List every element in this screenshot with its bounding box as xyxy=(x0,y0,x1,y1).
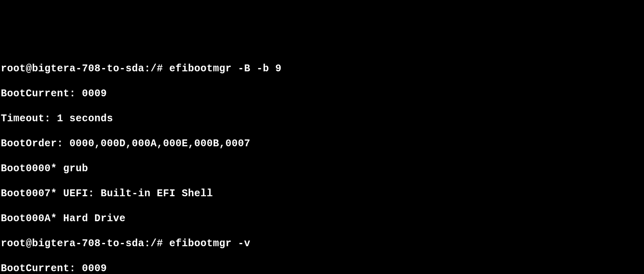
shell-prompt: root@bigtera-708-to-sda:/# xyxy=(1,238,169,249)
timeout: Timeout: 1 seconds xyxy=(1,112,643,125)
command-text: efibootmgr -B -b 9 xyxy=(169,63,282,75)
boot-order: BootOrder: 0000,000D,000A,000E,000B,0007 xyxy=(1,137,643,150)
boot-current: BootCurrent: 0009 xyxy=(1,87,643,100)
boot-entry: Boot0007* UEFI: Built-in EFI Shell xyxy=(1,187,643,200)
shell-prompt: root@bigtera-708-to-sda:/# xyxy=(1,63,169,75)
terminal-output: root@bigtera-708-to-sda:/# efibootmgr -B… xyxy=(1,50,643,274)
boot-entry: Boot0000* grub xyxy=(1,162,643,175)
boot-current: BootCurrent: 0009 xyxy=(1,262,643,274)
cmd-line-2[interactable]: root@bigtera-708-to-sda:/# efibootmgr -v xyxy=(1,237,643,250)
cmd-line-1[interactable]: root@bigtera-708-to-sda:/# efibootmgr -B… xyxy=(1,62,643,75)
command-text: efibootmgr -v xyxy=(169,238,251,249)
boot-entry: Boot000A* Hard Drive xyxy=(1,212,643,225)
